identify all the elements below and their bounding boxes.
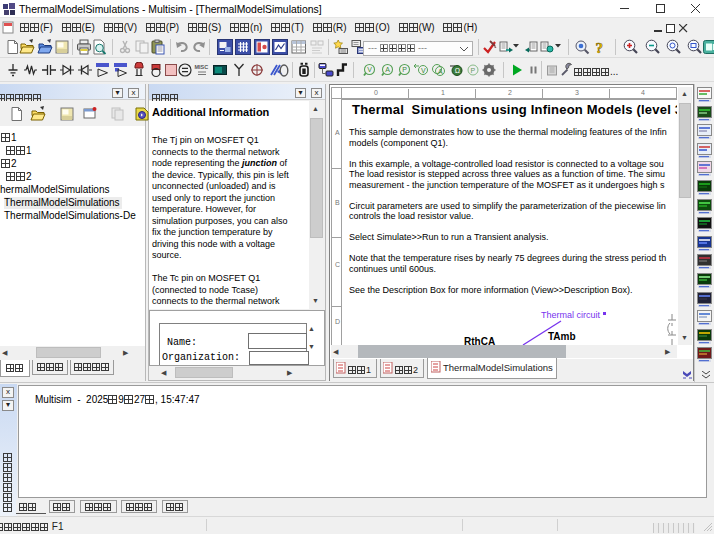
svg-text:V: V [367,66,372,73]
svg-text:P: P [402,66,407,73]
svg-text:Ω: Ω [455,67,460,74]
svg-text:MISC: MISC [195,64,209,70]
svg-text:A: A [438,68,443,75]
svg-text:V: V [421,67,426,74]
svg-text:P: P [471,67,476,74]
svg-text:A: A [385,66,390,73]
svg-text:?: ? [596,40,604,56]
